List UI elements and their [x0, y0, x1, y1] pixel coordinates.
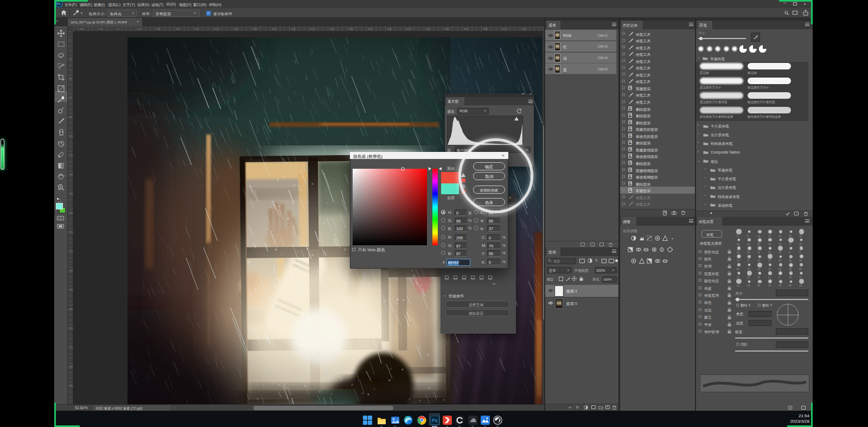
svg-text:Ps: Ps	[432, 418, 438, 423]
